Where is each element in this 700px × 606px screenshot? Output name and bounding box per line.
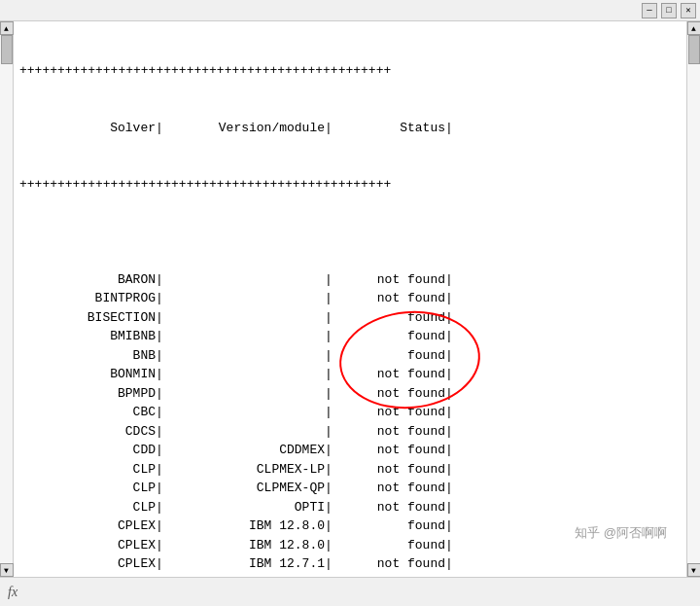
cell-status: not found — [329, 403, 445, 422]
cell-status: not found — [329, 384, 445, 404]
close-button[interactable]: ✕ — [681, 3, 696, 18]
cell-version — [159, 403, 325, 422]
cell-solver: BINTPROG — [19, 289, 156, 308]
cell-status: not found — [329, 289, 445, 308]
cell-status: found — [329, 308, 445, 328]
cell-status: not found — [329, 365, 445, 384]
table-row: CPLEX|IBM 12.7.1|not found| — [14, 574, 686, 578]
table-row: CPLEX|IBM 12.7.1|not found| — [14, 554, 686, 574]
cell-solver: CDCS — [19, 422, 156, 442]
cell-solver: BISECTION — [19, 308, 156, 328]
scroll-down-right[interactable]: ▼ — [687, 563, 701, 577]
cell-solver: CPLEX — [19, 574, 156, 578]
scroll-thumb-left[interactable] — [1, 35, 13, 64]
cell-solver: CLP — [19, 498, 156, 517]
table-row: BPMPD||not found| — [14, 384, 686, 404]
cell-version: IBM 12.7.1 — [159, 574, 325, 578]
cell-solver: BMIBNB — [19, 327, 156, 346]
cell-solver: BPMPD — [19, 384, 156, 404]
table-row: BNB||found| — [14, 346, 686, 366]
cell-status: not found — [329, 574, 445, 578]
cell-status: not found — [329, 441, 445, 460]
cell-solver: BARON — [19, 270, 156, 290]
cell-version — [159, 422, 325, 442]
cell-solver: BNB — [19, 346, 156, 366]
cell-solver: CPLEX — [19, 517, 156, 536]
table-row: BARON||not found| — [14, 270, 686, 290]
cell-version — [159, 270, 325, 290]
table-row: BINTPROG||not found| — [14, 289, 686, 308]
table-row: CDD|CDDMEX|not found| — [14, 441, 686, 460]
scroll-up-arrow[interactable]: ▲ — [0, 21, 14, 35]
header-solver: Solver — [19, 119, 156, 138]
title-bar: ─ □ ✕ — [0, 0, 700, 21]
cell-status: not found — [329, 460, 445, 480]
cell-status: not found — [329, 270, 445, 290]
cell-version — [159, 289, 325, 308]
watermark: 知乎 @阿否啊啊 — [575, 524, 667, 542]
cell-status: not found — [329, 479, 445, 498]
cell-solver: CLP — [19, 460, 156, 480]
table-row: CLP|CLPMEX-LP|not found| — [14, 460, 686, 480]
separator-header: ++++++++++++++++++++++++++++++++++++++++… — [14, 175, 686, 195]
minimize-button[interactable]: ─ — [642, 3, 657, 18]
fx-label: fx — [8, 585, 18, 600]
table-header: Solver | Version/module | Status | — [14, 119, 686, 138]
cell-version — [159, 327, 325, 346]
cell-version: CLPMEX-LP — [159, 460, 325, 480]
cell-version: IBM 12.7.1 — [159, 554, 325, 574]
table-row: BISECTION||found| — [14, 308, 686, 328]
cell-version: IBM 12.8.0 — [159, 536, 325, 555]
table-row: CLP|OPTI|not found| — [14, 498, 686, 517]
cell-solver: CDD — [19, 441, 156, 460]
cell-status: found — [329, 327, 445, 346]
cell-version — [159, 365, 325, 384]
cell-status: not found — [329, 422, 445, 442]
cell-status: found — [329, 517, 445, 536]
table-row: BMIBNB||found| — [14, 327, 686, 346]
scroll-track-left[interactable] — [0, 35, 13, 563]
cell-version: CDDMEX — [159, 441, 325, 460]
cell-status: not found — [329, 554, 445, 574]
cell-version — [159, 308, 325, 328]
separator-top: ++++++++++++++++++++++++++++++++++++++++… — [14, 61, 686, 81]
scroll-track-right[interactable] — [687, 35, 700, 563]
cell-version — [159, 384, 325, 404]
cell-solver: CPLEX — [19, 536, 156, 555]
cell-version: OPTI — [159, 498, 325, 517]
cell-status: not found — [329, 498, 445, 517]
header-version: Version/module — [159, 119, 325, 138]
main-content: ++++++++++++++++++++++++++++++++++++++++… — [14, 21, 686, 577]
table-row: CBC||not found| — [14, 403, 686, 422]
cell-version — [159, 346, 325, 366]
header-status: Status — [329, 119, 445, 138]
table-row: BONMIN||not found| — [14, 365, 686, 384]
cell-solver: CPLEX — [19, 554, 156, 574]
cell-solver: CLP — [19, 479, 156, 498]
cell-solver: CBC — [19, 403, 156, 422]
title-bar-buttons: ─ □ ✕ — [642, 3, 696, 18]
cell-solver: BONMIN — [19, 365, 156, 384]
table-row: CLP|CLPMEX-QP|not found| — [14, 479, 686, 498]
content-area: ▲ ▼ ++++++++++++++++++++++++++++++++++++… — [0, 21, 700, 577]
bottom-bar: fx — [0, 577, 700, 606]
table-row: CDCS||not found| — [14, 422, 686, 442]
left-scrollbar[interactable]: ▲ ▼ — [0, 21, 14, 577]
scroll-thumb-right[interactable] — [688, 35, 700, 64]
cell-status: found — [329, 536, 445, 555]
cell-version: IBM 12.8.0 — [159, 517, 325, 536]
window: ─ □ ✕ ▲ ▼ ++++++++++++++++++++++++++++++… — [0, 0, 700, 606]
right-scrollbar[interactable]: ▲ ▼ — [686, 21, 700, 577]
maximize-button[interactable]: □ — [661, 3, 677, 18]
scroll-up-right[interactable]: ▲ — [687, 21, 701, 35]
cell-status: found — [329, 346, 445, 366]
solver-table: ++++++++++++++++++++++++++++++++++++++++… — [14, 21, 686, 577]
scroll-down-arrow[interactable]: ▼ — [0, 563, 14, 577]
cell-version: CLPMEX-QP — [159, 479, 325, 498]
